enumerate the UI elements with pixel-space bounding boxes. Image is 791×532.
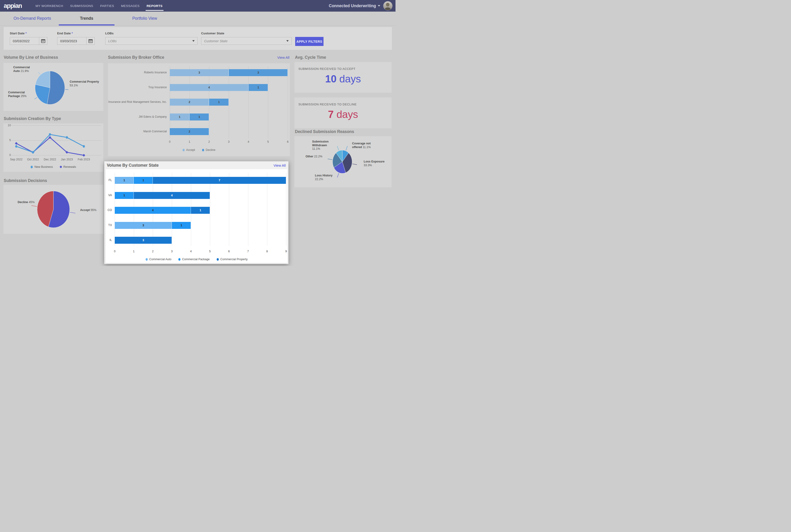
pie-label-loss-exposure: Loss Exposure 33.3%: [364, 160, 390, 167]
legend-item-commercial-auto[interactable]: Commercial Auto: [146, 258, 171, 261]
gridline: [268, 66, 268, 138]
nav-item-my-workbench[interactable]: MY WORKBENCH: [32, 0, 67, 12]
bar-value-label: 1: [209, 99, 229, 106]
axis-tick-label: 7: [244, 250, 252, 253]
customer-state-dropdown[interactable]: Customer State: [201, 37, 292, 45]
pie-leader-line: [65, 89, 69, 90]
line-chart-svg: [3, 124, 103, 172]
pie-label-name: Accept: [80, 208, 90, 212]
customer-state-view-all-link[interactable]: View All: [274, 164, 286, 167]
pie-leader-line: [346, 146, 347, 150]
legend-label: Commercial Package: [182, 258, 210, 261]
customer-state-label: Customer State: [201, 32, 292, 35]
tab-portfolio-view[interactable]: Portfolio View: [116, 12, 174, 25]
bar-value-label: 2: [170, 99, 209, 106]
category-label: FL: [106, 178, 112, 182]
pie-label-name: Loss History: [315, 174, 333, 177]
pie-label-name: Decline: [18, 201, 28, 204]
end-date-input[interactable]: 03/03/2023: [57, 37, 95, 45]
start-date-value: 03/03/2022: [10, 39, 39, 43]
data-point-marker[interactable]: [83, 145, 85, 148]
bar-value-label: 1: [115, 177, 134, 184]
kpi-number: 10: [325, 73, 336, 84]
customer-state-bar-chart: 0123456789FL117VA14CO41TX31IL3Commercial…: [106, 169, 287, 263]
apply-filters-button[interactable]: APPLY FILTERS: [295, 37, 324, 46]
pie-leader-line: [328, 159, 332, 159]
legend-item-renewals[interactable]: Renewals: [60, 165, 76, 169]
pie-leader-line: [35, 97, 37, 99]
y-axis-label: 5: [5, 138, 11, 142]
decisions-section-title: Submission Decisions: [4, 178, 47, 183]
x-axis-label: Feb 2023: [76, 158, 92, 161]
bar-value-label: 4: [115, 207, 191, 214]
axis-tick-label: 4: [244, 140, 253, 144]
legend-label: Renewals: [63, 165, 76, 169]
legend-item-decline[interactable]: Decline: [202, 148, 216, 152]
lobs-field: LOBs LOBs: [105, 32, 198, 45]
kpi-decline-label: SUBMISSION RECEIVED TO DECLINE: [298, 102, 357, 106]
data-point-marker[interactable]: [32, 151, 34, 154]
category-label: IL: [106, 239, 112, 242]
legend-item-accept[interactable]: Accept: [183, 148, 195, 152]
appian-logo[interactable]: appian: [4, 2, 22, 10]
kpi-number: 7: [328, 109, 333, 120]
bar-value-label: 2: [170, 128, 209, 135]
axis-tick-label: 1: [130, 250, 138, 253]
start-date-calendar-button[interactable]: [39, 37, 47, 44]
axis-tick-label: 8: [263, 250, 271, 253]
legend-item-commercial-property[interactable]: Commercial Property: [217, 258, 247, 261]
kpi-accept-card: SUBMISSION RECEIVED TO ACCEPT 10 days: [294, 62, 391, 93]
line-series-renewals[interactable]: [16, 137, 84, 155]
user-menu[interactable]: Connected Underwriting: [329, 3, 380, 8]
chevron-down-icon: [192, 40, 195, 42]
axis-tick-label: 3: [168, 250, 176, 253]
gridline: [249, 66, 249, 138]
legend-item-commercial-package[interactable]: Commercial Package: [178, 258, 210, 261]
start-date-field: Start Date * 03/03/2022: [10, 32, 48, 45]
start-date-label: Start Date: [10, 32, 25, 35]
bar-value-label: 4: [134, 192, 210, 199]
data-point-marker[interactable]: [82, 154, 85, 157]
legend-item-new-business[interactable]: New Business: [31, 165, 53, 169]
avatar[interactable]: [383, 1, 392, 11]
data-point-marker[interactable]: [15, 145, 17, 148]
lobs-dropdown[interactable]: LOBs: [105, 37, 198, 45]
pie-label-name: Other: [306, 155, 313, 158]
start-date-input[interactable]: 03/03/2022: [10, 37, 48, 45]
creation-line-chart: 0510Sep 2022Oct 2022Dec 2022Jan 2023Feb …: [3, 124, 103, 172]
tab-trends[interactable]: Trends: [58, 12, 116, 25]
pie-label-pct: 53.1%: [70, 84, 78, 87]
nav-item-parties[interactable]: PARTIES: [97, 0, 117, 12]
category-label: Marsh Commercial: [108, 130, 167, 133]
broker-view-all-link[interactable]: View All: [277, 56, 289, 59]
category-label: TX: [106, 224, 112, 227]
reasons-pie-chart: Coverage not offered 11.1%Loss Exposure …: [294, 136, 391, 187]
category-label: CO: [106, 208, 112, 212]
tab-on-demand-reports[interactable]: On-Demand Reports: [7, 12, 58, 25]
bar-value-label: 1: [189, 114, 209, 120]
end-date-calendar-button[interactable]: [86, 37, 94, 44]
data-point-marker[interactable]: [49, 133, 51, 136]
nav-item-submissions[interactable]: SUBMISSIONS: [67, 0, 97, 12]
lob-pie-chart: Commercial Property 53.1%Commercial Pack…: [3, 63, 103, 111]
data-point-marker[interactable]: [66, 136, 68, 139]
end-date-value: 03/03/2023: [57, 39, 86, 43]
pie-leader-line: [352, 164, 357, 165]
chart-legend: AcceptDecline: [108, 148, 290, 152]
pie-leader-line: [337, 146, 339, 150]
bar-value-label: 7: [153, 177, 286, 184]
chevron-down-icon: [378, 5, 380, 6]
pie-label-pct: 11.1%: [362, 146, 371, 149]
bar-value-label: 3: [229, 69, 288, 76]
customer-state-field: Customer State Customer State: [201, 32, 292, 45]
legend-marker: [31, 166, 33, 168]
nav-item-messages[interactable]: MESSAGES: [117, 0, 143, 12]
axis-tick-label: 4: [187, 250, 195, 253]
legend-dot: [178, 258, 181, 261]
kpi-accept-label: SUBMISSION RECEIVED TO ACCEPT: [298, 67, 355, 71]
kpi-decline-value: 7 days: [294, 109, 391, 120]
nav-item-reports[interactable]: REPORTS: [143, 0, 166, 12]
chart-legend: New BusinessRenewals: [3, 165, 103, 169]
axis-tick-label: 2: [149, 250, 157, 253]
category-label: Roberts Insurance: [108, 71, 167, 74]
